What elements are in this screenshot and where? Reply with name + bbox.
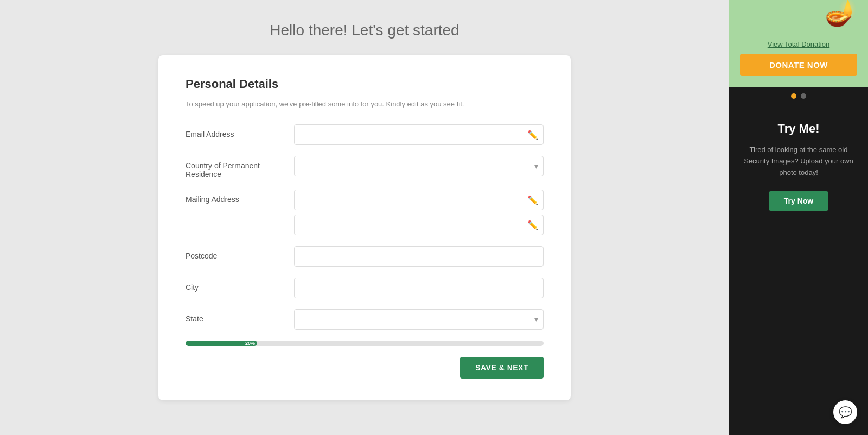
try-me-title: Try Me! [740, 122, 857, 136]
progress-bar-fill: 20% [186, 341, 257, 346]
form-description: To speed up your application, we've pre-… [186, 100, 544, 108]
country-row: Country of Permanent Residence ▾ [186, 156, 544, 179]
progress-container: 20% [186, 341, 544, 346]
city-field-wrapper [294, 278, 544, 298]
email-input[interactable] [294, 124, 544, 145]
city-input[interactable] [294, 278, 544, 298]
country-select-wrapper: ▾ [294, 156, 544, 176]
page-title: Hello there! Let's get started [270, 22, 459, 39]
email-field-wrapper: ✏️ [294, 124, 544, 145]
email-label: Email Address [186, 124, 294, 138]
lantern-decoration: 🪔 [825, 0, 857, 28]
view-total-link[interactable]: View Total Donation [768, 40, 829, 48]
mailing-fields: ✏️ ✏️ [294, 190, 544, 235]
mailing-row: Mailing Address ✏️ ✏️ [186, 190, 544, 235]
mailing-line2-input[interactable] [294, 215, 544, 235]
country-select[interactable] [294, 156, 544, 176]
try-me-widget: Try Me! Tired of looking at the same old… [729, 105, 868, 435]
dot-1[interactable] [791, 93, 796, 99]
state-select[interactable] [294, 309, 544, 330]
sidebar: 🪔 View Total Donation DONATE NOW Try Me!… [729, 0, 868, 435]
save-next-button[interactable]: SAVE & NEXT [460, 357, 544, 379]
state-select-wrapper: ▾ [294, 309, 544, 330]
save-next-container: SAVE & NEXT [186, 357, 544, 379]
form-card: Personal Details To speed up your applic… [158, 55, 571, 400]
chat-icon[interactable]: 💬 [833, 400, 857, 424]
state-row: State ▾ [186, 309, 544, 330]
city-label: City [186, 278, 294, 292]
donation-widget: 🪔 View Total Donation DONATE NOW [729, 0, 868, 87]
dot-2[interactable] [801, 93, 806, 99]
try-now-button[interactable]: Try Now [769, 191, 828, 211]
try-me-description: Tired of looking at the same old Securit… [740, 144, 857, 178]
mailing-label: Mailing Address [186, 190, 294, 204]
chat-icon-container[interactable]: 💬 [833, 400, 857, 424]
postcode-label: Postcode [186, 246, 294, 260]
postcode-row: Postcode [186, 246, 544, 267]
state-label: State [186, 309, 294, 323]
country-label: Country of Permanent Residence [186, 156, 294, 179]
postcode-input[interactable] [294, 246, 544, 267]
main-content: Hello there! Let's get started Personal … [0, 0, 729, 435]
dots-container [729, 87, 868, 105]
progress-bar-bg: 20% [186, 341, 544, 346]
city-row: City [186, 278, 544, 298]
donate-now-button[interactable]: DONATE NOW [740, 54, 857, 76]
postcode-field-wrapper [294, 246, 544, 267]
email-row: Email Address ✏️ [186, 124, 544, 145]
progress-label: 20% [245, 341, 255, 346]
form-section-title: Personal Details [186, 77, 544, 91]
mailing-line1-input[interactable] [294, 190, 544, 210]
chat-icon-symbol: 💬 [839, 406, 852, 419]
